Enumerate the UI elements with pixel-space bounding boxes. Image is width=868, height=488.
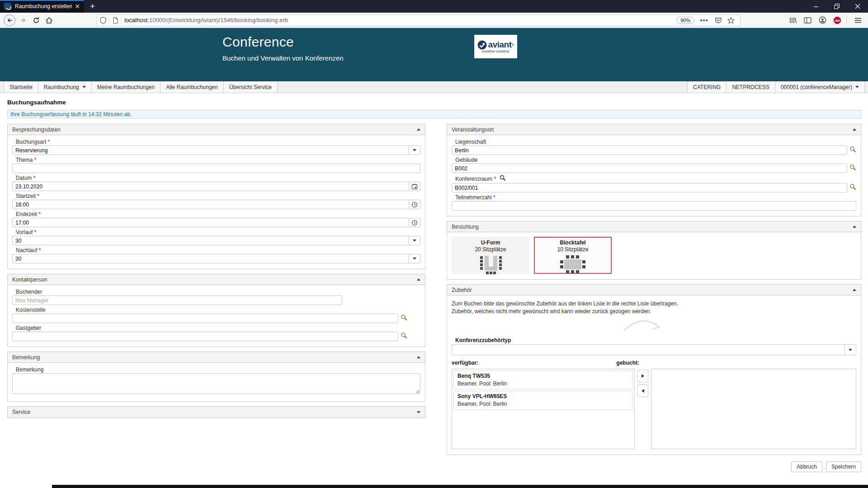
search-icon (849, 183, 856, 190)
pocket-icon[interactable] (712, 14, 725, 27)
nav-item-netprocess[interactable]: NETPROCESS (726, 81, 775, 93)
gastgeber-lookup-button[interactable] (401, 332, 407, 341)
collapse-icon[interactable] (417, 278, 420, 281)
endezeit-time-button[interactable] (409, 218, 420, 227)
panel-header-service[interactable]: Service (8, 407, 425, 418)
reload-button[interactable] (30, 14, 42, 27)
url-bar[interactable]: localhost:10000/(EntwicklungAviant)/1546… (97, 14, 741, 26)
available-equipment-list[interactable]: Benq TW535 Beamer, Pool: Berlin Sony VPL… (452, 369, 635, 449)
back-button[interactable] (4, 14, 15, 26)
collapse-icon[interactable] (417, 356, 420, 358)
booked-list-label: gebucht: (616, 360, 639, 366)
tab-close-icon[interactable]: ✕ (75, 3, 80, 9)
nav-item-alle-raumbuchungen[interactable]: Alle Raumbuchungen (160, 81, 224, 93)
move-right-button[interactable] (637, 370, 648, 382)
datum-calendar-button[interactable] (409, 182, 420, 191)
library-icon[interactable] (786, 14, 799, 27)
datum-input[interactable] (12, 182, 409, 191)
konferenzraum-search-button[interactable] (500, 175, 506, 183)
seating-option-u-form[interactable]: U-Form 20 Sitzplätze (452, 237, 529, 274)
teilnehmerzahl-input[interactable] (452, 201, 856, 211)
panel-header-bestuhlung[interactable]: Bestuhlung (447, 221, 861, 232)
expand-icon[interactable] (417, 411, 420, 413)
list-item-benq[interactable]: Benq TW535 Beamer, Pool: Berlin (453, 371, 633, 389)
seating-option-blocktafel[interactable]: Blocktafel 10 Sitzplätze (534, 237, 612, 274)
url-text[interactable]: localhost:10000/(EntwicklungAviant)/1546… (124, 17, 676, 23)
konferenzraum-input[interactable] (452, 183, 847, 192)
logo-tagline: workflow solutions (482, 49, 509, 53)
gastgeber-input[interactable] (12, 332, 398, 341)
konferenzzubehoertyp-dropdown-button[interactable] (844, 344, 856, 355)
collapse-icon[interactable] (853, 289, 856, 291)
window-minimize-button[interactable] (806, 0, 826, 13)
transfer-curved-arrow-icon (621, 317, 663, 333)
forward-arrow-icon (20, 17, 27, 24)
kostenstelle-lookup-button[interactable] (401, 314, 407, 323)
search-icon (401, 314, 407, 321)
panel-title: Service (12, 409, 30, 415)
forward-button[interactable] (17, 14, 30, 27)
nav-item-raumbuchung[interactable]: Raumbuchung (38, 81, 92, 93)
field-label-kostenstelle: Kostenstelle (16, 307, 420, 313)
buchender-input[interactable] (12, 296, 342, 305)
list-item-sony[interactable]: Sony VPL-HW65ES Beamer, Pool: Berlin (453, 391, 633, 410)
kostenstelle-input[interactable] (12, 314, 398, 323)
window-close-button[interactable] (847, 0, 868, 13)
vorlauf-dropdown-button[interactable] (409, 236, 420, 245)
nav-item-uebersicht-service[interactable]: Übersicht Service (223, 81, 278, 93)
gebaeude-input[interactable] (452, 164, 847, 173)
nav-item-startseite[interactable]: Startseite (4, 81, 38, 93)
vorlauf-select[interactable] (12, 236, 409, 245)
buchungsart-dropdown-button[interactable] (409, 145, 420, 155)
window-restore-button[interactable] (826, 0, 847, 13)
collapse-icon[interactable] (853, 128, 856, 131)
collapse-icon[interactable] (853, 225, 856, 228)
divider (846, 16, 847, 25)
zubehoer-hint-1: Zum Buchen bitte das gewünschte Zubehör … (452, 300, 856, 308)
nav-item-user-menu[interactable]: 000001 (conferenceManager) (775, 81, 865, 93)
main-nav: Startseite Raumbuchung Meine Raumbuchung… (0, 81, 868, 93)
zoom-level-badge[interactable]: 90% (676, 17, 694, 24)
panel-kontaktperson: Kontaktperson Buchender Kostenstelle (7, 274, 425, 347)
panel-header-zubehoer[interactable]: Zubehör (447, 285, 861, 296)
move-left-button[interactable] (637, 385, 648, 397)
nachlauf-dropdown-button[interactable] (409, 254, 420, 263)
startzeit-input[interactable] (12, 200, 409, 209)
panel-header-bemerkung[interactable]: Bemerkung (8, 352, 425, 363)
bemerkung-textarea[interactable] (12, 373, 420, 394)
endezeit-input[interactable] (12, 218, 409, 227)
liegenschaft-lookup-button[interactable] (849, 146, 856, 155)
chevron-down-icon (413, 258, 416, 260)
home-button[interactable] (42, 14, 55, 27)
nav-item-catering[interactable]: CATERING (687, 81, 726, 93)
menu-hamburger-icon[interactable] (852, 14, 864, 27)
new-tab-button[interactable]: + (84, 0, 101, 13)
thema-input[interactable] (12, 164, 420, 173)
nav-item-meine-raumbuchungen[interactable]: Meine Raumbuchungen (91, 81, 160, 93)
nachlauf-select[interactable] (12, 254, 409, 263)
browser-tab[interactable]: Raumbuchung erstellen ✕ (0, 0, 84, 13)
tracking-shield-icon (100, 17, 106, 24)
startzeit-time-button[interactable] (409, 200, 420, 209)
konferenzzubehoertyp-select[interactable] (452, 344, 844, 355)
account-icon[interactable] (816, 14, 829, 27)
panel-header-veranstaltungsort[interactable]: Veranstaltungsort (447, 124, 861, 135)
cancel-button[interactable]: Abbruch (791, 461, 822, 472)
chevron-down-icon (849, 349, 852, 351)
liegenschaft-input[interactable] (452, 145, 847, 155)
gebaeude-lookup-button[interactable] (849, 164, 856, 173)
panel-header-besprechungsdaten[interactable]: Besprechungsdaten (8, 124, 425, 135)
field-label-teilnehmerzahl: Teilnehmerzahl (455, 194, 856, 201)
booked-equipment-list[interactable] (651, 369, 856, 449)
buchungsart-select[interactable] (12, 145, 409, 155)
save-button[interactable]: Speichern (826, 461, 861, 472)
field-label-gebaeude: Gebäude (455, 157, 856, 163)
adblock-plus-icon[interactable]: ABP (831, 14, 844, 27)
field-label-bemerkung: Bemerkung (16, 366, 420, 373)
collapse-icon[interactable] (417, 128, 420, 131)
konferenzraum-lookup-button[interactable] (849, 183, 856, 192)
sidebar-toggle-icon[interactable] (801, 14, 814, 27)
bookmark-star-icon[interactable] (725, 14, 737, 27)
panel-header-kontaktperson[interactable]: Kontaktperson (8, 274, 425, 285)
page-actions-icon[interactable]: ••• (700, 16, 708, 24)
